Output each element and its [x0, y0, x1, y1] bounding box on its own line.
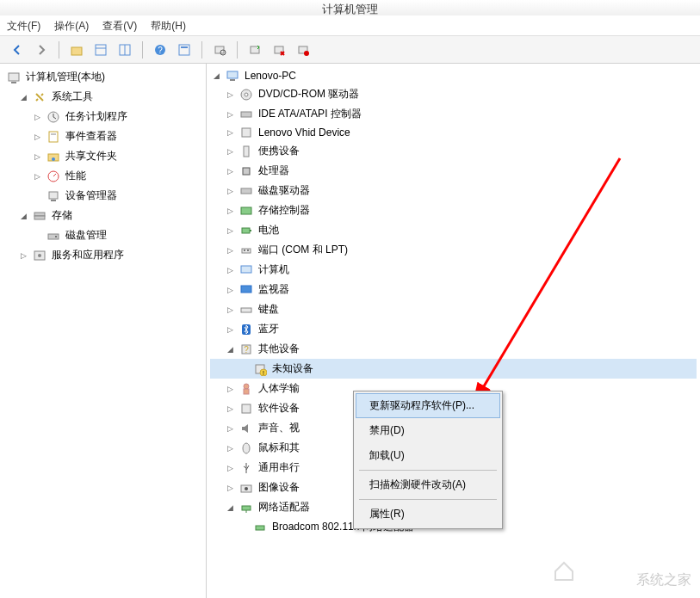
menu-file[interactable]: 文件(F)	[7, 19, 40, 32]
svg-rect-56	[244, 389, 249, 394]
context-update-driver[interactable]: 更新驱动程序软件(P)...	[356, 393, 500, 418]
expand-icon[interactable]: ▷	[224, 126, 236, 139]
tree-device-manager[interactable]: 设备管理器	[3, 186, 202, 206]
tree-shared-folders[interactable]: ▷ 共享文件夹	[3, 146, 202, 166]
device-dvd[interactable]: ▷DVD/CD-ROM 驱动器	[210, 84, 697, 104]
toolbar-separator	[237, 41, 238, 59]
expand-icon[interactable]: ▷	[31, 111, 43, 123]
expand-icon[interactable]: ▷	[224, 324, 236, 336]
device-ports[interactable]: ▷端口 (COM 和 LPT)	[210, 240, 697, 260]
expand-icon[interactable]: ▷	[224, 422, 236, 435]
menu-view[interactable]: 查看(V)	[102, 19, 137, 32]
context-scan[interactable]: 扫描检测硬件改动(A)	[356, 472, 500, 497]
tree-performance[interactable]: ▷ 性能	[3, 166, 202, 186]
expand-icon[interactable]: ▷	[224, 185, 236, 197]
svg-point-30	[38, 254, 41, 257]
collapse-icon[interactable]: ◢	[224, 343, 236, 355]
expand-icon[interactable]: ▷	[224, 304, 236, 316]
menu-action[interactable]: 操作(A)	[54, 19, 89, 32]
expand-icon[interactable]: ▷	[31, 151, 43, 163]
menu-help[interactable]: 帮助(H)	[151, 19, 186, 32]
svg-point-21	[52, 157, 55, 161]
up-button[interactable]	[66, 40, 87, 60]
device-bluetooth[interactable]: ▷蓝牙	[210, 319, 697, 339]
tree-system-tools[interactable]: ◢ 系统工具	[3, 87, 202, 107]
device-other[interactable]: ◢?其他设备	[210, 339, 697, 359]
expand-icon[interactable]: ▷	[224, 442, 236, 454]
svg-rect-31	[227, 71, 238, 78]
tree-label: 网络适配器	[257, 499, 312, 515]
context-properties[interactable]: 属性(R)	[356, 502, 500, 527]
device-unknown[interactable]: !未知设备	[210, 359, 697, 379]
tree-event-viewer[interactable]: ▷ 事件查看器	[3, 126, 202, 146]
device-processor[interactable]: ▷处理器	[210, 161, 697, 181]
expand-icon[interactable]: ▷	[31, 170, 43, 182]
svg-rect-16	[11, 82, 16, 83]
expand-icon[interactable]: ▷	[224, 383, 236, 395]
expand-icon[interactable]: ▷	[224, 89, 236, 101]
expand-icon[interactable]: ▷	[224, 108, 236, 120]
device-battery[interactable]: ▷电池	[210, 220, 697, 240]
spacer	[238, 521, 250, 533]
expand-icon[interactable]: ▷	[224, 225, 236, 237]
expand-icon[interactable]: ▷	[224, 284, 236, 296]
device-keyboard[interactable]: ▷键盘	[210, 299, 697, 319]
toolbar: ?	[0, 36, 700, 64]
tree-label: 事件查看器	[64, 128, 119, 145]
collapse-icon[interactable]: ◢	[17, 91, 29, 103]
software-icon	[239, 402, 253, 416]
tree-root-local[interactable]: 计算机管理(本地)	[3, 67, 202, 87]
tree-disk-management[interactable]: 磁盘管理	[3, 225, 202, 245]
expand-icon[interactable]: ▷	[17, 250, 29, 262]
collapse-icon[interactable]: ◢	[224, 502, 236, 514]
pc-icon	[239, 263, 253, 277]
expand-icon[interactable]: ▷	[224, 165, 236, 177]
svg-rect-0	[71, 47, 82, 55]
expand-icon[interactable]: ▷	[224, 145, 236, 157]
toolbar-separator	[142, 41, 143, 59]
svg-rect-15	[9, 73, 19, 81]
device-tree-root[interactable]: ◢ Lenovo-PC	[210, 67, 697, 84]
properties-button[interactable]	[174, 40, 195, 60]
svg-rect-8	[181, 46, 188, 48]
expand-icon[interactable]: ▷	[224, 244, 236, 256]
expand-icon[interactable]: ▷	[224, 403, 236, 415]
tree-storage[interactable]: ◢ 存储	[3, 206, 202, 225]
expand-icon[interactable]: ▷	[224, 205, 236, 217]
context-disable[interactable]: 禁用(D)	[356, 418, 500, 443]
forward-button[interactable]	[31, 40, 52, 60]
spacer	[31, 230, 43, 242]
svg-rect-26	[34, 216, 45, 219]
device-portable[interactable]: ▷便携设备	[210, 141, 697, 161]
context-uninstall[interactable]: 卸载(U)	[356, 443, 500, 468]
expand-icon[interactable]: ▷	[31, 131, 43, 143]
expand-icon[interactable]: ▷	[224, 482, 236, 494]
device-lenovo-vhid[interactable]: ▷Lenovo Vhid Device	[210, 124, 697, 141]
svg-rect-48	[241, 308, 251, 312]
uninstall-button[interactable]	[293, 40, 313, 60]
collapse-icon[interactable]: ◢	[17, 210, 29, 222]
view-button-1[interactable]	[90, 40, 111, 60]
update-driver-button[interactable]	[245, 40, 265, 60]
tree-label: 监视器	[257, 281, 291, 298]
scan-hardware-button[interactable]	[209, 40, 230, 60]
help-button[interactable]: ?	[150, 40, 170, 60]
storage-icon	[33, 209, 46, 223]
tree-services[interactable]: ▷ 服务和应用程序	[3, 245, 202, 265]
bluetooth-icon	[239, 323, 253, 336]
device-storage-ctrl[interactable]: ▷存储控制器	[210, 200, 697, 220]
device-disk-drives[interactable]: ▷磁盘驱动器	[210, 181, 697, 200]
collapse-icon[interactable]: ◢	[210, 70, 222, 82]
disable-button[interactable]	[269, 40, 289, 60]
back-button[interactable]	[7, 40, 28, 60]
expand-icon[interactable]: ▷	[224, 462, 236, 474]
svg-point-55	[244, 384, 249, 389]
view-button-2[interactable]	[115, 40, 135, 60]
tree-task-scheduler[interactable]: ▷ 任务计划程序	[3, 107, 202, 126]
device-computer[interactable]: ▷计算机	[210, 260, 697, 280]
svg-rect-63	[256, 526, 264, 530]
svg-text:?: ?	[244, 345, 249, 354]
device-monitor[interactable]: ▷监视器	[210, 280, 697, 299]
device-ide[interactable]: ▷IDE ATA/ATAPI 控制器	[210, 104, 697, 124]
expand-icon[interactable]: ▷	[224, 264, 236, 276]
